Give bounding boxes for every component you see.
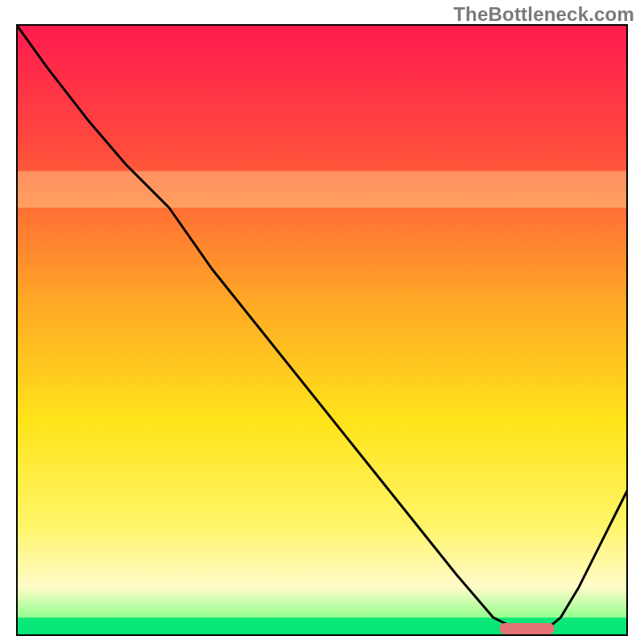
chart-root: TheBottleneck.com — [0, 0, 644, 644]
watermark-text: TheBottleneck.com — [453, 3, 634, 26]
band-region-0 — [16, 171, 628, 208]
plot-area — [16, 24, 628, 636]
plot-svg — [16, 24, 628, 636]
optimal-marker — [499, 623, 554, 634]
gradient-background — [16, 24, 628, 636]
